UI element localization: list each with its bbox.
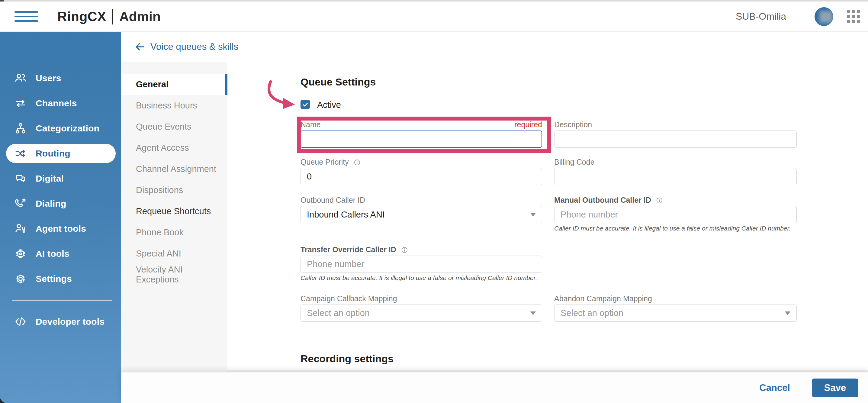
- billing-code-input[interactable]: [554, 168, 797, 185]
- user-avatar[interactable]: [814, 7, 833, 26]
- subnav-item-label: Queue Events: [136, 122, 191, 132]
- users-icon: [14, 71, 27, 85]
- chevron-down-icon: [530, 213, 536, 217]
- sidebar-item-ai-tools[interactable]: AI tools: [6, 244, 116, 264]
- digital-icon: [14, 172, 27, 185]
- queue-priority-input[interactable]: [301, 168, 542, 185]
- sidebar-item-label: Routing: [36, 148, 70, 159]
- manual-outbound-caller-id-label: Manual Outbound Caller ID: [554, 196, 663, 205]
- transfer-override-caller-id-label: Transfer Override Caller ID: [301, 245, 408, 254]
- outbound-caller-id-value: Inbound Callers ANI: [307, 210, 385, 220]
- agent-tools-icon: [14, 222, 27, 235]
- transfer-override-caller-id-label-text: Transfer Override Caller ID: [301, 245, 396, 254]
- dialing-icon: [14, 197, 27, 210]
- subnav-item-queue-events[interactable]: Queue Events: [121, 116, 227, 137]
- back-link[interactable]: Voice queues & skills: [121, 32, 238, 62]
- primary-sidebar: Users Channels Categorization Routing: [0, 32, 121, 403]
- sidebar-item-routing[interactable]: Routing: [6, 144, 116, 163]
- annotation-arrow: [265, 80, 302, 110]
- sidebar-item-channels[interactable]: Channels: [6, 94, 116, 113]
- sidebar-divider: [12, 300, 112, 301]
- channels-icon: [14, 97, 27, 110]
- checkmark-icon: [302, 101, 309, 108]
- routing-icon: [14, 147, 27, 160]
- subnav-item-dispositions[interactable]: Dispositions: [121, 180, 227, 200]
- chevron-down-icon: [785, 311, 790, 315]
- subnav-item-label: Business Hours: [136, 101, 197, 111]
- campaign-callback-mapping-placeholder: Select an option: [307, 308, 370, 318]
- avatar-image: [819, 11, 833, 23]
- sidebar-item-label: Developer tools: [36, 317, 104, 327]
- brand-divider: [112, 9, 113, 25]
- description-label: Description: [554, 120, 592, 129]
- subnav-item-business-hours[interactable]: Business Hours: [121, 95, 227, 116]
- subnav-item-agent-access[interactable]: Agent Access: [121, 137, 227, 158]
- back-arrow-icon: [134, 41, 146, 53]
- info-icon[interactable]: [354, 159, 361, 166]
- manual-outbound-caller-id-note: Caller ID must be accurate. It is illega…: [554, 225, 791, 232]
- outbound-caller-id-label: Outbound Caller ID: [301, 196, 365, 205]
- abandon-campaign-mapping-placeholder: Select an option: [561, 308, 623, 318]
- subnav-item-label: Velocity ANI Exceptions: [136, 265, 227, 285]
- subnav-item-special-ani[interactable]: Special ANI: [121, 243, 227, 264]
- chevron-down-icon: [530, 311, 536, 315]
- abandon-campaign-mapping-select[interactable]: Select an option: [554, 305, 797, 322]
- subnav-item-label: Special ANI: [136, 249, 181, 258]
- info-icon[interactable]: [401, 247, 408, 253]
- campaign-callback-mapping-label: Campaign Callback Mapping: [301, 294, 397, 303]
- back-link-label: Voice queues & skills: [150, 41, 238, 52]
- sidebar-item-dialing[interactable]: Dialing: [6, 194, 116, 213]
- sidebar-item-digital[interactable]: Digital: [6, 169, 116, 188]
- info-icon[interactable]: [656, 197, 663, 204]
- apps-grid-icon[interactable]: [847, 10, 860, 23]
- subnav-item-channel-assignment[interactable]: Channel Assignment: [121, 158, 227, 180]
- sidebar-item-categorization[interactable]: Categorization: [6, 119, 116, 138]
- transfer-override-caller-id-note: Caller ID must be accurate. It is illega…: [301, 274, 537, 282]
- recording-settings-title: Recording settings: [301, 353, 394, 365]
- sidebar-item-users[interactable]: Users: [6, 69, 116, 88]
- brand-secondary: Admin: [119, 9, 161, 24]
- subnav-item-label: Phone Book: [136, 227, 184, 238]
- sidebar-item-developer-tools[interactable]: Developer tools: [6, 312, 116, 332]
- account-name: SUB-Omilia: [736, 11, 786, 22]
- queue-priority-label-text: Queue Priority: [301, 158, 349, 166]
- active-checkbox[interactable]: [301, 100, 310, 109]
- queue-priority-label: Queue Priority: [301, 158, 361, 166]
- ringcx-admin-app: RingCX Admin SUB-Omilia Users Channels: [0, 0, 868, 403]
- name-input[interactable]: [301, 130, 542, 148]
- sidebar-item-label: AI tools: [36, 249, 69, 259]
- subnav-item-label: Dispositions: [136, 185, 183, 195]
- description-input[interactable]: [554, 130, 797, 148]
- app-header: RingCX Admin SUB-Omilia: [0, 1, 868, 32]
- subnav-item-label: Agent Access: [136, 143, 189, 153]
- form-footer: Cancel Save: [121, 372, 868, 403]
- manual-outbound-caller-id-label-text: Manual Outbound Caller ID: [554, 196, 651, 204]
- header-divider: [801, 8, 801, 25]
- queue-settings-title: Queue Settings: [301, 76, 376, 88]
- campaign-callback-mapping-select[interactable]: Select an option: [301, 305, 542, 322]
- cancel-button[interactable]: Cancel: [757, 382, 792, 394]
- subnav-item-general[interactable]: General: [121, 74, 227, 95]
- sidebar-item-label: Agent tools: [36, 223, 86, 234]
- sidebar-item-label: Channels: [36, 98, 77, 108]
- outbound-caller-id-select[interactable]: Inbound Callers ANI: [301, 206, 542, 223]
- settings-gear-icon: [14, 272, 27, 285]
- queue-settings-subnav: General Business Hours Queue Events Agen…: [121, 62, 227, 403]
- subnav-item-label: Channel Assignment: [136, 164, 216, 174]
- sidebar-item-settings[interactable]: Settings: [6, 269, 116, 288]
- subnav-item-label: Requeue Shortcuts: [136, 206, 211, 216]
- subnav-item-velocity-ani-exceptions[interactable]: Velocity ANI Exceptions: [121, 264, 227, 285]
- subnav-item-requeue-shortcuts[interactable]: Requeue Shortcuts: [121, 200, 227, 222]
- subnav-item-phone-book[interactable]: Phone Book: [121, 222, 227, 243]
- transfer-override-caller-id-input[interactable]: [301, 255, 542, 273]
- billing-code-label: Billing Code: [554, 158, 594, 166]
- sidebar-item-label: Digital: [36, 174, 64, 184]
- app-logo: RingCX Admin: [57, 9, 161, 25]
- manual-outbound-caller-id-input[interactable]: [554, 206, 797, 223]
- sidebar-item-agent-tools[interactable]: Agent tools: [6, 219, 116, 238]
- sidebar-item-label: Categorization: [36, 123, 99, 133]
- save-button[interactable]: Save: [812, 378, 858, 397]
- hamburger-menu-icon[interactable]: [14, 11, 38, 22]
- ai-tools-icon: [14, 247, 27, 260]
- developer-tools-icon: [14, 315, 27, 329]
